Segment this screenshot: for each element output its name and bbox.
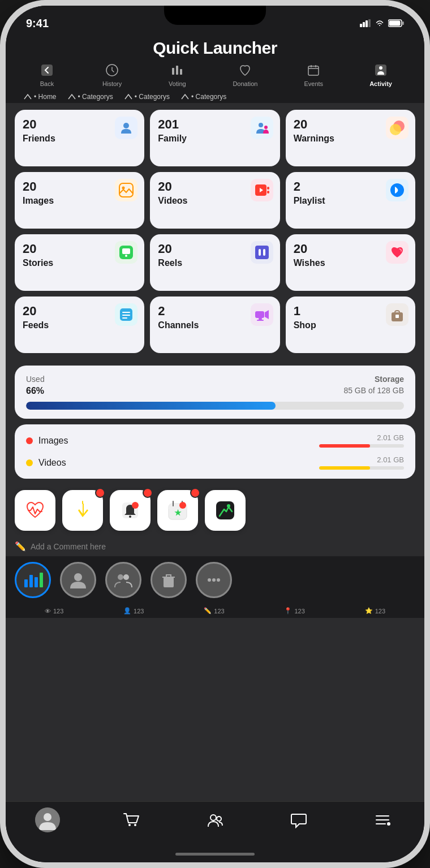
sub-nav-cat3[interactable]: • Categorys	[181, 93, 226, 101]
card-shop[interactable]: 1 Shop	[286, 297, 415, 353]
runner-app-icon	[205, 490, 246, 531]
stat-location: 📍 123	[284, 607, 304, 615]
nav-activity-label: Activity	[369, 80, 392, 87]
nav-voting-label: Voting	[169, 80, 186, 87]
card-warnings[interactable]: 20 Warnings	[286, 110, 415, 166]
phone-frame: 9:41	[0, 0, 430, 868]
svg-rect-27	[267, 187, 269, 190]
svg-point-72	[134, 824, 136, 826]
app-health[interactable]	[15, 490, 55, 531]
stat-people: 👤 123	[123, 607, 144, 615]
feeds-icon	[115, 303, 137, 326]
nav-bar: Back History Voting	[15, 58, 415, 91]
nav-events-label: Events	[304, 80, 323, 87]
story-trash[interactable]	[150, 562, 187, 598]
svg-rect-33	[255, 246, 269, 259]
storage-videos-fill	[319, 466, 370, 470]
story-circle-analytics	[15, 562, 51, 598]
svg-rect-60	[35, 577, 38, 587]
phone-inner: 9:41	[6, 6, 424, 862]
storage-title: Storage	[375, 375, 404, 384]
app-runner[interactable]	[205, 490, 246, 531]
storage-videos-right: 2.01 GB	[319, 456, 404, 470]
header: Quick Launcher Back History	[6, 34, 424, 103]
story-group[interactable]	[105, 562, 141, 598]
gesture-badge	[95, 488, 105, 498]
nav-voting[interactable]: Voting	[168, 61, 186, 87]
card-reels[interactable]: 20 Reels	[150, 234, 280, 291]
story-more[interactable]	[196, 562, 232, 598]
sub-nav: • Home • Categorys • Categorys • Categor…	[15, 91, 415, 103]
nav-donation[interactable]: Donation	[233, 61, 257, 87]
stat-stars: ⭐ 123	[365, 607, 385, 615]
svg-rect-31	[122, 248, 130, 254]
bottom-users[interactable]	[203, 807, 227, 832]
card-family[interactable]: 201 Family	[150, 110, 280, 166]
shop-icon	[386, 303, 408, 326]
app-calendar[interactable]: ★	[157, 490, 198, 531]
svg-point-67	[212, 578, 216, 582]
bottom-chat[interactable]	[286, 807, 311, 832]
home-indicator	[6, 848, 424, 862]
nav-activity[interactable]: Activity	[369, 61, 392, 87]
stat-comments: ✏️ 123	[204, 607, 224, 615]
comment-placeholder[interactable]: Add a Comment here	[31, 542, 106, 551]
svg-point-64	[123, 574, 129, 580]
card-channels[interactable]: 2 Channels	[150, 297, 280, 353]
notch	[164, 6, 266, 25]
card-videos[interactable]: 20 Videos	[150, 172, 280, 229]
storage-total: 85 GB of 128 GB	[343, 386, 404, 396]
voting-icon	[168, 61, 186, 79]
svg-rect-2	[366, 20, 368, 27]
storage-item-videos: Videos 2.01 GB	[26, 456, 404, 470]
svg-rect-65	[164, 577, 174, 587]
users-icon	[203, 807, 227, 832]
sub-nav-cat1[interactable]: • Categorys	[68, 93, 113, 101]
sub-nav-home[interactable]: • Home	[24, 93, 57, 101]
bottom-profile[interactable]	[35, 807, 60, 832]
svg-rect-35	[263, 249, 265, 256]
storage-videos-bar	[319, 466, 404, 470]
story-person1[interactable]	[60, 562, 96, 598]
app-title: Quick Launcher	[15, 38, 415, 58]
story-analytics[interactable]	[15, 562, 51, 598]
nav-events[interactable]: Events	[304, 61, 323, 87]
nav-history-label: History	[102, 80, 122, 87]
story-stats: 👁 123 👤 123 ✏️ 123 📍 123 ⭐ 123	[6, 604, 424, 618]
cart-icon	[119, 807, 144, 832]
svg-rect-34	[259, 249, 261, 256]
stat-views: 👁 123	[45, 607, 63, 615]
card-playlist[interactable]: 2 Playlist	[286, 172, 415, 229]
bottom-menu[interactable]	[370, 807, 395, 832]
svg-rect-9	[172, 68, 174, 75]
app-gesture[interactable]	[62, 490, 103, 531]
back-icon	[38, 61, 56, 79]
svg-point-70	[44, 813, 51, 821]
nav-history[interactable]: History	[102, 61, 122, 87]
storage-progress-bar	[26, 402, 404, 410]
app-notifications[interactable]	[110, 490, 150, 531]
card-wishes[interactable]: 20 Wishes	[286, 234, 415, 291]
nav-back[interactable]: Back	[38, 61, 56, 87]
card-stories[interactable]: 20 Stories	[15, 234, 144, 291]
card-images[interactable]: 20 Images	[15, 172, 144, 229]
storage-images-label: Images	[38, 436, 319, 446]
svg-point-63	[118, 574, 123, 580]
svg-text:★: ★	[174, 508, 182, 517]
svg-point-71	[128, 824, 131, 826]
card-feeds[interactable]: 20 Feeds	[15, 297, 144, 353]
svg-rect-0	[360, 24, 362, 27]
bottom-cart[interactable]	[119, 807, 144, 832]
svg-point-57	[227, 504, 230, 508]
location-count: 123	[294, 608, 304, 615]
card-friends[interactable]: 20 Friends	[15, 110, 144, 166]
main-content: 20 Friends 201 Family	[6, 103, 424, 801]
comments-count: 123	[214, 608, 224, 615]
notifications-badge	[143, 488, 153, 498]
svg-rect-37	[122, 312, 130, 313]
storage-images-bar	[319, 444, 404, 448]
sub-nav-cat2[interactable]: • Categorys	[124, 93, 170, 101]
svg-point-20	[264, 126, 268, 129]
comment-bar: ✏️ Add a Comment here	[6, 536, 424, 556]
friends-icon	[115, 117, 137, 139]
